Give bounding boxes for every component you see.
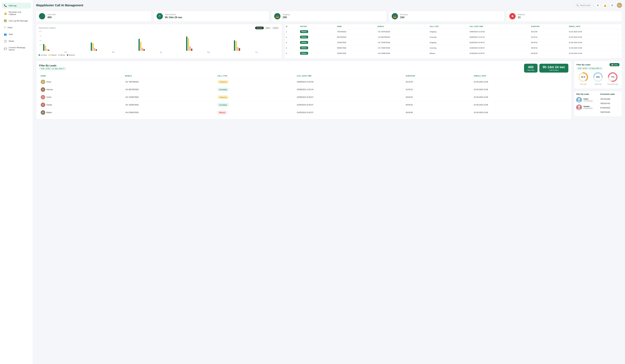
filter-total-duration-value: 9h 14m 24 sec <box>543 65 565 69</box>
leads-cell-call-type: Missed <box>216 109 295 117</box>
month-mar: Mar <box>91 51 136 53</box>
history-button[interactable]: History <box>300 36 308 38</box>
cell-history[interactable]: History <box>299 40 336 45</box>
history-button[interactable]: History <box>300 41 308 44</box>
dialer-icon: ⠿ <box>4 26 6 29</box>
stat-cards: 📞 Total Calls 400 ⏱ Total Duration 9h 14… <box>36 11 622 22</box>
aman-avatar <box>576 97 582 103</box>
cell-call-type: Missed <box>429 51 469 56</box>
bar-mar-missed <box>94 48 95 51</box>
sept-button[interactable]: 📅 Sept <box>610 63 620 66</box>
leads-cell-date-time: 02/09/2024 23:45:57 <box>295 93 404 101</box>
donut-chevron-icon: ▾ <box>600 67 601 69</box>
user-avatar[interactable]: U <box>617 3 622 8</box>
filter-chevron-icon: ▾ <box>63 68 64 70</box>
bar-group-jun <box>234 40 279 51</box>
cell-history[interactable]: History <box>299 45 336 51</box>
sidebar-item-label: Connect Whatsapp Device <box>9 46 29 51</box>
leads-table-row: B Baldev +91 8780679326 Missed 01/05/202… <box>39 109 568 117</box>
sidebar-item-label: Call Log WA Message <box>9 20 28 22</box>
settings-button[interactable]: ⚙ <box>610 3 615 8</box>
leads-table-row: A Aman +91 7007636326 Outgoing 03/09/202… <box>39 78 568 86</box>
call-log-icon: 📞 <box>4 4 7 7</box>
month-apr: Apr <box>139 51 184 53</box>
gear-icon: ⚙ <box>611 4 613 7</box>
bar-jun-rejected <box>239 48 240 51</box>
search-box[interactable]: 🔍 Search here <box>574 3 593 7</box>
donut-panel-title: Filter By Leads <box>576 63 591 66</box>
cell-duration: 01:03:31 <box>530 34 568 40</box>
y-label-750: 750 <box>39 35 42 37</box>
bar-apr-outgoing <box>140 42 141 51</box>
cell-history[interactable]: History <box>299 29 336 34</box>
filter-leads-table: NAME MOBILE CALL TYPE CALL DATE TIME DUR… <box>39 74 568 117</box>
total-calls-icon: 📞 <box>39 13 45 19</box>
month-may: May <box>186 51 231 53</box>
chart-bars-area <box>42 30 280 51</box>
leads-cell-name: A Aman <box>39 78 124 86</box>
history-button[interactable]: History <box>300 52 308 55</box>
leads-cell-enroll-date: 01-05-2024 23:46 <box>472 93 568 101</box>
leads-col-date-time: CALL DATE TIME <box>295 74 404 78</box>
mid-row: Reporting & Analytics Monthly Daily Hour… <box>36 24 622 59</box>
sidebar-item-dialer[interactable]: ⠿ Dialer <box>2 25 31 30</box>
donut-hot-lead: 64 % Hot Lead <box>578 72 589 85</box>
download-button[interactable]: ⬇ <box>595 3 600 8</box>
cell-enroll-date: 01-05-2024 23:46 <box>568 29 622 34</box>
bar-group-apr <box>139 39 184 51</box>
download-icon: ⬇ <box>597 4 599 7</box>
notification-button[interactable]: 🔔 <box>602 3 608 8</box>
chart-tabs: Monthly Daily Hourly <box>255 27 280 29</box>
donut-panel: Filter By Leads 📅 Sept 9:00 - 10:30 • 11… <box>574 61 622 89</box>
leads-col-mobile: MOBILE <box>124 74 216 78</box>
table-row: 2. History 8637003326 +91 8637003326 Inc… <box>284 34 622 40</box>
leads-table-row: A Avishi +91 7026679326 Outgoing 02/09/2… <box>39 93 568 101</box>
svg-point-6 <box>578 98 580 100</box>
converted-num-3: 9763633526 <box>600 106 620 110</box>
filter-leads-title: Filter By Leads <box>39 64 66 67</box>
sidebar-item-connect-wa[interactable]: 💬 Connect Whatsapp Device <box>2 45 31 52</box>
leads-col-enroll: ENROLL DATE <box>472 74 568 78</box>
cell-call-type: Outgoing <box>429 40 469 45</box>
sidebar-item-media[interactable]: 📋 Media <box>2 38 31 44</box>
page-title: Wappblaster Call AI Management <box>36 4 83 7</box>
sidebar-item-call-log[interactable]: 📞 Call Log <box>2 3 31 9</box>
sidebar-item-wa-message[interactable]: 🖼️ Call Log WA Message <box>2 18 31 24</box>
leads-cell-mobile: +91 8780679326 <box>124 109 216 117</box>
bar-apr-rejected <box>144 49 145 51</box>
history-button[interactable]: History <box>300 46 308 49</box>
donut-time-badge[interactable]: 9:00 - 10:30 • 11 Sept, 2024 ▾ <box>576 67 603 70</box>
leads-cell-duration: 00:23:05 <box>404 78 472 86</box>
leads-cell-name: H Harman <box>39 86 124 93</box>
leads-cell-mobile: +91 7026679326 <box>124 101 216 109</box>
leads-cell-call-type: Incoming <box>216 101 295 109</box>
hot-lead-label: Hot Lead <box>580 83 586 85</box>
sidebar-item-reminder[interactable]: 🔔 Reminder And Callback <box>2 9 31 17</box>
outgoing-value: 155 <box>282 16 290 19</box>
chart-tab-daily[interactable]: Daily <box>264 27 271 29</box>
cell-history[interactable]: History <box>299 34 336 40</box>
cell-date-time: 02/09/2024 23:45:57 <box>468 40 530 45</box>
history-button[interactable]: History <box>300 30 308 33</box>
leads-cell-date-time: 01/05/2024 23:45:57 <box>295 109 404 117</box>
leads-list-right: Converted Leads 7007633266 7663267443 97… <box>598 93 622 114</box>
call-history-table-panel: ID HISTORY NAME MOBILE CALL TYPE CALL DA… <box>284 24 622 59</box>
chart-tab-monthly[interactable]: Monthly <box>255 27 264 29</box>
filter-total-calls-value: 400 <box>528 65 533 69</box>
bar-group-mar <box>91 42 136 51</box>
chart-legend: Incoming Outgoing Missed Rejected <box>39 54 280 56</box>
staff-icon: 👥 <box>4 33 7 36</box>
bar-group-may <box>186 36 231 51</box>
cell-history[interactable]: History <box>299 51 336 56</box>
filter-time-badge[interactable]: 9:00 - 10:30 • 11 Sept, 2024 ▾ <box>39 67 66 70</box>
leads-cell-duration: 01:03:31 <box>404 86 472 93</box>
leads-cell-mobile: +91 7026679326 <box>124 93 216 101</box>
stat-card-total-duration: ⏱ Total Duration 9h 14m 24 sec <box>154 11 269 22</box>
donut-converted-lead: 77% Converted Lead <box>607 72 618 85</box>
leads-cell-date-time: 03/09/2024 13:22:24 <box>295 86 404 93</box>
bar-feb-outgoing <box>45 46 46 51</box>
hot-lead-percent: 64 % <box>581 76 585 78</box>
total-duration-value: 9h 14m 24 sec <box>165 16 182 19</box>
chart-tab-hourly[interactable]: Hourly <box>272 27 280 29</box>
sidebar-item-staff[interactable]: 👥 Staff <box>2 31 31 37</box>
